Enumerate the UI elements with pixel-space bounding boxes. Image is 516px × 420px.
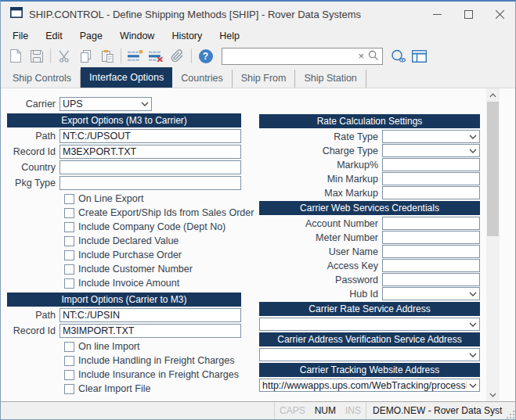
scrollbar-thumb[interactable] bbox=[487, 102, 499, 236]
menu-help[interactable]: Help bbox=[211, 28, 248, 44]
num-indicator: NUM bbox=[310, 405, 341, 416]
checkbox-on-line-import[interactable]: On line Import bbox=[64, 339, 241, 354]
tab-ship-station[interactable]: Ship Station bbox=[295, 70, 366, 88]
markup-pct-input[interactable] bbox=[382, 158, 480, 171]
export-path-input[interactable] bbox=[60, 129, 241, 143]
checkbox-include-customer-number[interactable]: Include Customer Number bbox=[64, 262, 241, 276]
checkbox-include-invoice-amount[interactable]: Include Invoice Amount bbox=[64, 276, 241, 290]
checkbox-box[interactable] bbox=[64, 194, 74, 204]
field-tracking-website: http://wwwapps.ups.com/WebTracking/proce… bbox=[259, 379, 480, 392]
tab-ship-from[interactable]: Ship From bbox=[233, 70, 296, 88]
tab-bar: Ship Controls Interface Options Countrie… bbox=[1, 67, 515, 88]
export-record-id-input[interactable] bbox=[60, 145, 241, 159]
checkbox-on-line-export[interactable]: On Line Export bbox=[64, 192, 241, 206]
checkbox-create-export-ship-ids[interactable]: Create Export/Ship Ids from Sales Order bbox=[64, 206, 241, 220]
search-icon[interactable] bbox=[368, 49, 378, 63]
checkbox-box[interactable] bbox=[64, 222, 74, 232]
checkbox-box[interactable] bbox=[64, 370, 74, 380]
field-markup-pct: Markup% bbox=[259, 158, 480, 171]
minimize-icon[interactable] bbox=[421, 2, 453, 27]
meter-number-input[interactable] bbox=[382, 231, 480, 244]
title-bar: SHIP.CONTROL - Define Shipping Methods [… bbox=[1, 2, 515, 27]
carrier-select[interactable]: UPS bbox=[60, 97, 152, 111]
menu-window[interactable]: Window bbox=[111, 28, 163, 44]
find-record-icon[interactable] bbox=[388, 47, 409, 66]
delete-record-icon[interactable] bbox=[146, 47, 167, 66]
checkbox-box[interactable] bbox=[64, 356, 74, 366]
field-user-name: User Name bbox=[259, 245, 480, 258]
field-export-record-id: Record Id bbox=[7, 145, 241, 159]
vertical-scrollbar[interactable] bbox=[486, 88, 500, 401]
checkbox-include-handling[interactable]: Include Handling in Freight Charges bbox=[64, 354, 241, 368]
copy-icon[interactable] bbox=[75, 47, 96, 66]
maximize-icon[interactable] bbox=[453, 2, 484, 27]
add-record-icon[interactable] bbox=[124, 47, 146, 66]
scroll-up-icon[interactable] bbox=[486, 88, 500, 102]
checkbox-box[interactable] bbox=[64, 278, 74, 289]
checkbox-include-declared-value[interactable]: Include Declared Value bbox=[64, 234, 241, 248]
checkbox-clear-import-file[interactable]: Clear Import File bbox=[64, 382, 241, 396]
attachment-icon[interactable] bbox=[167, 47, 188, 66]
checkbox-box[interactable] bbox=[64, 342, 74, 352]
paste-icon[interactable] bbox=[96, 47, 117, 66]
tracking-website-select[interactable]: http://wwwapps.ups.com/WebTracking/proce… bbox=[259, 379, 480, 392]
pkg-type-input[interactable] bbox=[60, 176, 241, 190]
min-markup-input[interactable] bbox=[382, 172, 480, 185]
export-options-header: Export Options (M3 to Carrier) bbox=[7, 113, 241, 127]
checkbox-include-insurance[interactable]: Include Insurance in Freight Charges bbox=[64, 368, 241, 382]
clear-search-icon[interactable]: × bbox=[358, 51, 364, 61]
new-document-icon[interactable] bbox=[5, 47, 26, 66]
layout-icon[interactable] bbox=[409, 47, 430, 66]
status-message-area bbox=[1, 402, 275, 419]
field-access-key: Access Key bbox=[259, 259, 480, 272]
cut-icon[interactable] bbox=[54, 47, 75, 66]
tab-interface-options[interactable]: Interface Options bbox=[81, 67, 172, 88]
resize-grip[interactable] bbox=[503, 402, 515, 419]
field-hub-id: Hub Id bbox=[259, 287, 480, 300]
checkbox-include-company-code[interactable]: Include Company Code (Dept No) bbox=[64, 220, 241, 234]
user-name-input[interactable] bbox=[382, 245, 480, 258]
toolbar-separator bbox=[121, 48, 121, 63]
tab-ship-controls[interactable]: Ship Controls bbox=[4, 70, 81, 88]
chevron-down-icon bbox=[467, 353, 479, 357]
import-record-id-input[interactable] bbox=[60, 324, 241, 338]
charge-type-select[interactable] bbox=[382, 144, 480, 157]
address-verification-select[interactable] bbox=[259, 348, 480, 361]
tab-countries[interactable]: Countries bbox=[172, 70, 233, 88]
toolbar-separator bbox=[50, 48, 51, 63]
rate-service-address-select[interactable] bbox=[259, 318, 480, 331]
import-path-input[interactable] bbox=[60, 308, 241, 322]
country-input[interactable] bbox=[60, 160, 241, 174]
save-icon[interactable] bbox=[26, 47, 47, 66]
max-markup-input[interactable] bbox=[382, 186, 480, 199]
scroll-down-icon[interactable] bbox=[486, 388, 500, 401]
access-key-input[interactable] bbox=[382, 259, 480, 272]
checkbox-box[interactable] bbox=[64, 250, 74, 260]
chevron-down-icon bbox=[139, 102, 151, 106]
field-rate-type: Rate Type bbox=[259, 130, 480, 143]
tracking-website-header: Carrier Tracking Website Address bbox=[259, 363, 480, 377]
rate-calculation-header: Rate Calculation Settings bbox=[259, 114, 480, 128]
ins-indicator: INS bbox=[341, 405, 366, 416]
search-input[interactable] bbox=[226, 50, 354, 63]
menu-file[interactable]: File bbox=[4, 28, 37, 44]
form-panel: Carrier UPS Export Options (M3 to Carrie… bbox=[1, 88, 515, 401]
checkbox-box[interactable] bbox=[64, 384, 74, 394]
hub-id-select[interactable] bbox=[382, 287, 480, 300]
window-title: SHIP.CONTROL - Define Shipping Methods [… bbox=[29, 9, 421, 20]
menu-history[interactable]: History bbox=[163, 28, 211, 44]
field-carrier: Carrier UPS bbox=[7, 97, 241, 111]
checkbox-box[interactable] bbox=[64, 264, 74, 275]
account-number-input[interactable] bbox=[382, 217, 480, 230]
checkbox-box[interactable] bbox=[64, 208, 74, 218]
menu-page[interactable]: Page bbox=[71, 28, 111, 44]
checkbox-include-purchase-order[interactable]: Include Purchase Order bbox=[64, 248, 241, 262]
password-input[interactable] bbox=[382, 273, 480, 286]
field-account-number: Account Number bbox=[259, 217, 480, 230]
help-icon[interactable]: ? bbox=[195, 47, 216, 66]
close-icon[interactable] bbox=[484, 2, 515, 27]
rate-type-select[interactable] bbox=[382, 130, 480, 143]
menu-edit[interactable]: Edit bbox=[37, 28, 71, 44]
toolbar-separator bbox=[191, 48, 192, 63]
checkbox-box[interactable] bbox=[64, 236, 74, 246]
